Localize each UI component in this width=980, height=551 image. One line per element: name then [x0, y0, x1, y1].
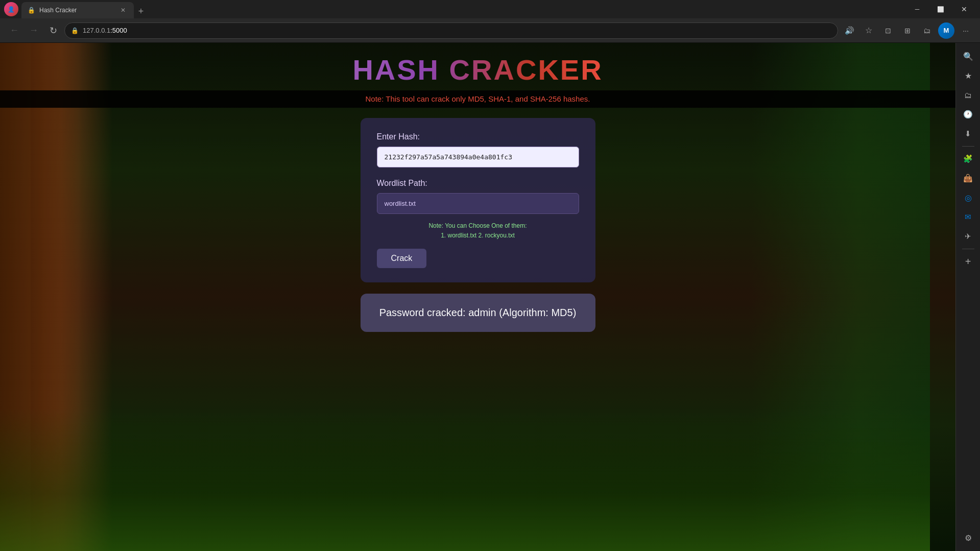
new-tab-button[interactable]: +: [134, 4, 148, 18]
read-aloud-button[interactable]: 🔊: [841, 22, 857, 39]
sidebar-extensions-icon[interactable]: 🧩: [959, 150, 977, 168]
sidebar-favorites-icon[interactable]: ★: [959, 66, 977, 85]
notice-banner: Note: This tool can crack only MD5, SHA-…: [0, 90, 955, 108]
sidebar-profile-icon[interactable]: 👜: [959, 169, 977, 187]
sidebar-edge-icon[interactable]: ◎: [959, 188, 977, 207]
favorites-star-button[interactable]: ☆: [861, 22, 877, 39]
address-text: 127.0.0.1:5000: [83, 27, 127, 34]
sidebar-collections-icon[interactable]: 🗂: [959, 86, 977, 104]
sidebar-settings-icon[interactable]: ⚙: [959, 529, 977, 547]
browser-profile-button[interactable]: M: [938, 22, 954, 39]
back-button[interactable]: ←: [6, 22, 22, 39]
sidebar-divider-1: [962, 146, 974, 147]
more-options-button[interactable]: ···: [958, 22, 974, 39]
tab-close-button[interactable]: ✕: [118, 6, 128, 15]
tab-title: Hash Cracker: [39, 7, 114, 14]
sidebar-toggle-button[interactable]: ⊞: [899, 22, 916, 39]
page-title: HASH CRACKER: [352, 53, 603, 86]
crack-button[interactable]: Crack: [377, 249, 427, 268]
result-card: Password cracked: admin (Algorithm: MD5): [361, 294, 595, 332]
browser-sidebar: 🔍 ★ 🗂 🕐 ⬇ 🧩 👜 ◎ ✉ ✈ + ⚙: [955, 43, 980, 551]
browser-profile-circle[interactable]: 👤: [4, 2, 18, 16]
forward-button[interactable]: →: [26, 22, 42, 39]
sidebar-outlook-icon[interactable]: ✉: [959, 208, 977, 226]
wordlist-input[interactable]: [377, 193, 579, 214]
sidebar-add-icon[interactable]: +: [959, 252, 977, 271]
notice-text: Note: This tool can crack only MD5, SHA-…: [366, 94, 590, 103]
address-bar[interactable]: 🔒 127.0.0.1:5000: [64, 22, 838, 39]
close-window-button[interactable]: ✕: [952, 1, 976, 17]
result-text: Password cracked: admin (Algorithm: MD5): [379, 307, 577, 318]
refresh-button[interactable]: ↻: [45, 22, 61, 39]
sidebar-search-icon[interactable]: 🔍: [959, 47, 977, 65]
form-card: Enter Hash: Wordlist Path: Note: You can…: [361, 118, 595, 282]
hash-input[interactable]: [377, 147, 579, 167]
address-lock-icon: 🔒: [71, 27, 79, 34]
tab-favicon: 🔒: [28, 7, 35, 14]
tab-actions-button[interactable]: ⊡: [880, 22, 896, 39]
sidebar-divider-2: [962, 249, 974, 249]
sidebar-downloads-icon[interactable]: ⬇: [959, 125, 977, 143]
minimize-button[interactable]: ─: [905, 1, 929, 17]
maximize-button[interactable]: ⬜: [929, 1, 952, 17]
hint-note: Note: You can Choose One of them: 1. wor…: [377, 221, 579, 241]
sidebar-history-icon[interactable]: 🕐: [959, 105, 977, 124]
hash-label: Enter Hash:: [377, 132, 579, 141]
sidebar-telegram-icon[interactable]: ✈: [959, 227, 977, 246]
wordlist-label: Wordlist Path:: [377, 179, 579, 188]
collections-button[interactable]: 🗂: [919, 22, 935, 39]
browser-viewport: HASH CRACKER Note: This tool can crack o…: [0, 43, 955, 551]
active-tab[interactable]: 🔒 Hash Cracker ✕: [21, 2, 134, 18]
